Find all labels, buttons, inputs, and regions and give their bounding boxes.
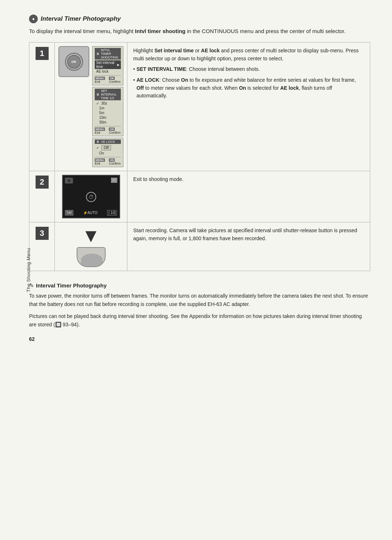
side-label: The Shooting Menu — [26, 248, 31, 292]
step1-camera-left: OK — [58, 46, 89, 77]
page-footer: 62 — [29, 336, 370, 342]
step2-counter: [ 10] — [107, 210, 117, 215]
step-1-number: 1 — [36, 47, 49, 60]
step-1-text: Highlight Set interval time or AE lock a… — [127, 43, 370, 171]
step-3-image-cell: ▼ — [55, 222, 127, 271]
page-number: 62 — [29, 336, 35, 342]
step-2-number-cell: 2 — [29, 171, 55, 222]
step2-5m-label: 5M — [65, 210, 74, 215]
menu-intvl-timer: 🖥 INTVL TIMER SHOOTING Set interval time… — [92, 46, 123, 85]
note-section: ✎ Interval Timer Photography To save pow… — [29, 282, 370, 329]
step2-camera-display: IN ⏱ 5M ⚡AUTO [ 10] — [62, 175, 120, 218]
step1-bullet-1: • SET INTERVAL TIME: Choose interval bet… — [133, 65, 364, 73]
step1-main-text: Highlight Set interval time or AE lock a… — [133, 47, 364, 63]
ok-button: OK — [67, 55, 81, 69]
shutter-arrow: ▼ — [82, 226, 100, 245]
step2-top-bar: IN — [65, 178, 117, 184]
page-title: Interval Timer Photography — [41, 15, 121, 23]
menu-item-10m: 10m — [95, 115, 121, 120]
step2-in-badge: IN — [111, 178, 117, 183]
menu-item-1m: 1m — [95, 106, 121, 110]
step2-auto-label: ⚡AUTO — [83, 211, 98, 215]
step2-description: Exit to shooting mode. — [133, 176, 364, 184]
step2-camera-icon — [65, 178, 73, 184]
menu-item-on: On — [95, 151, 121, 156]
menu-item-30m: 30m — [95, 120, 121, 125]
step-1-row: 1 OK 🖥 INTVL TIME — [29, 43, 370, 171]
step-2-row: 2 IN ⏱ 5M ⚡AUTO [ 10] — [29, 171, 370, 222]
menu-ae-header: 🖥 AE LOCK — [95, 140, 121, 144]
shutter-button-finger — [77, 247, 106, 267]
step3-description: Start recording. Camera will take pictur… — [133, 227, 364, 242]
menu-interval-header: 🖥 SET INTERVAL TIME 1/2 — [95, 89, 121, 100]
note-paragraph-1: To save power, the monitor turns off bet… — [29, 292, 370, 309]
step2-middle-area: ⏱ — [65, 184, 117, 210]
step-3-number-cell: 3 — [29, 222, 55, 271]
step1-menus: 🖥 INTVL TIMER SHOOTING Set interval time… — [92, 46, 123, 167]
step-3-number: 3 — [36, 227, 49, 240]
note-paragraph-2: Pictures can not be played back during i… — [29, 312, 370, 329]
menu-item-5m: 5m — [95, 110, 121, 115]
note-title: Interval Timer Photography — [36, 282, 107, 289]
menu-intvl-header: 🖥 INTVL TIMER SHOOTING — [95, 48, 121, 60]
menu-ae-lock: 🖥 AE LOCK ✓ Off On MENU Exit OK Confirm — [92, 138, 123, 167]
step-1-image-cell: OK 🖥 INTVL TIMER SHOOTING Set interval t… — [55, 43, 127, 171]
step2-bottom-bar: 5M ⚡AUTO [ 10] — [65, 210, 117, 215]
menu-item-set-interval: Set interval time — [95, 60, 121, 69]
shutter-illustration: ▼ — [77, 226, 106, 267]
note-title-row: ✎ Interval Timer Photography — [29, 282, 370, 289]
step-3-text: Start recording. Camera will take pictur… — [127, 222, 370, 271]
page-wrapper: The Shooting Menu ● Interval Timer Photo… — [29, 15, 370, 342]
finger-shape — [81, 254, 103, 266]
menu-footer-3: MENU Exit OK Confirm — [95, 157, 121, 165]
menu-item-30s: ✓ 30s — [95, 101, 121, 106]
step1-set-interval-text: SET INTERVAL TIME: Choose interval betwe… — [136, 65, 260, 73]
step-2-number: 2 — [36, 176, 49, 189]
intro-text: To display the interval timer menu, high… — [29, 27, 370, 36]
menu-footer-2: MENU Exit OK Confirm — [95, 126, 121, 134]
menu-item-off-check: ✓ Off — [95, 145, 121, 151]
title-icon: ● — [29, 15, 38, 23]
step1-image: OK 🖥 INTVL TIMER SHOOTING Set interval t… — [58, 46, 123, 167]
step1-ae-lock-text: AE LOCK: Choose On to fix exposure and w… — [136, 76, 364, 100]
title-row: ● Interval Timer Photography — [29, 15, 370, 23]
step1-bullet-2: • AE LOCK: Choose On to fix exposure and… — [133, 76, 364, 100]
step-3-row: 3 ▼ Start recording. Camera will take pi… — [29, 222, 370, 271]
camera-body-step1: OK — [58, 46, 89, 77]
menu-set-interval-time: 🖥 SET INTERVAL TIME 1/2 ✓ 30s 1m 5m 10m … — [92, 87, 123, 136]
off-highlight: Off — [101, 145, 111, 150]
step-2-image-cell: IN ⏱ 5M ⚡AUTO [ 10] — [55, 171, 127, 222]
step-2-text: Exit to shooting mode. — [127, 171, 370, 222]
step-1-number-cell: 1 — [29, 43, 55, 171]
steps-container: 1 OK 🖥 INTVL TIME — [29, 42, 370, 271]
step2-timer-icon: ⏱ — [86, 192, 96, 202]
menu-footer-1: MENU Exit OK Confirm — [95, 75, 121, 84]
menu-item-ae-lock: AE lock — [95, 69, 121, 74]
